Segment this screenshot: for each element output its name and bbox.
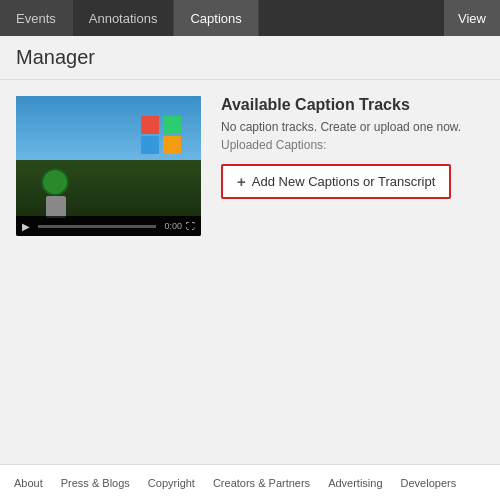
- tab-annotations[interactable]: Annotations: [73, 0, 175, 36]
- tab-annotations-label: Annotations: [89, 11, 158, 26]
- footer-link-press-blogs[interactable]: Press & Blogs: [61, 477, 130, 489]
- caption-no-tracks: No caption tracks. Create or upload one …: [221, 120, 484, 134]
- footer-link-about[interactable]: About: [14, 477, 43, 489]
- footer-link-creators-partners[interactable]: Creators & Partners: [213, 477, 310, 489]
- time-display: 0:00: [164, 221, 182, 231]
- char-body: [46, 196, 66, 218]
- caption-title: Available Caption Tracks: [221, 96, 484, 114]
- caption-panel: Available Caption Tracks No caption trac…: [221, 96, 484, 236]
- win-logo-cell-2: [163, 116, 181, 134]
- page-title: Manager: [16, 46, 484, 69]
- add-captions-label: Add New Captions or Transcript: [252, 174, 436, 189]
- main-content: ▶ 0:00 ⛶ Available Caption Tracks No cap…: [0, 80, 500, 252]
- video-controls: ▶ 0:00 ⛶: [16, 216, 201, 236]
- footer-link-advertising[interactable]: Advertising: [328, 477, 382, 489]
- tab-events[interactable]: Events: [0, 0, 73, 36]
- tab-events-label: Events: [16, 11, 56, 26]
- footer-link-copyright[interactable]: Copyright: [148, 477, 195, 489]
- view-button[interactable]: View: [444, 0, 500, 36]
- plus-icon: +: [237, 173, 246, 190]
- fullscreen-button[interactable]: ⛶: [186, 221, 195, 231]
- progress-bar[interactable]: [38, 225, 156, 228]
- tab-captions-label: Captions: [190, 11, 241, 26]
- top-nav: Events Annotations Captions View: [0, 0, 500, 36]
- view-button-label: View: [458, 11, 486, 26]
- video-panel: ▶ 0:00 ⛶: [16, 96, 201, 236]
- play-button[interactable]: ▶: [22, 221, 30, 232]
- footer-link-developers[interactable]: Developers: [401, 477, 457, 489]
- video-character: [36, 168, 76, 218]
- win-logo-cell-1: [141, 116, 159, 134]
- page-title-bar: Manager: [0, 36, 500, 80]
- char-head: [41, 168, 69, 196]
- add-captions-button[interactable]: + Add New Captions or Transcript: [221, 164, 451, 199]
- tab-captions[interactable]: Captions: [174, 0, 258, 36]
- win-logo-cell-3: [141, 136, 159, 154]
- caption-uploaded-label: Uploaded Captions:: [221, 138, 484, 152]
- windows-logo: [141, 116, 183, 158]
- footer: About Press & Blogs Copyright Creators &…: [0, 464, 500, 500]
- win-logo-cell-4: [163, 136, 181, 154]
